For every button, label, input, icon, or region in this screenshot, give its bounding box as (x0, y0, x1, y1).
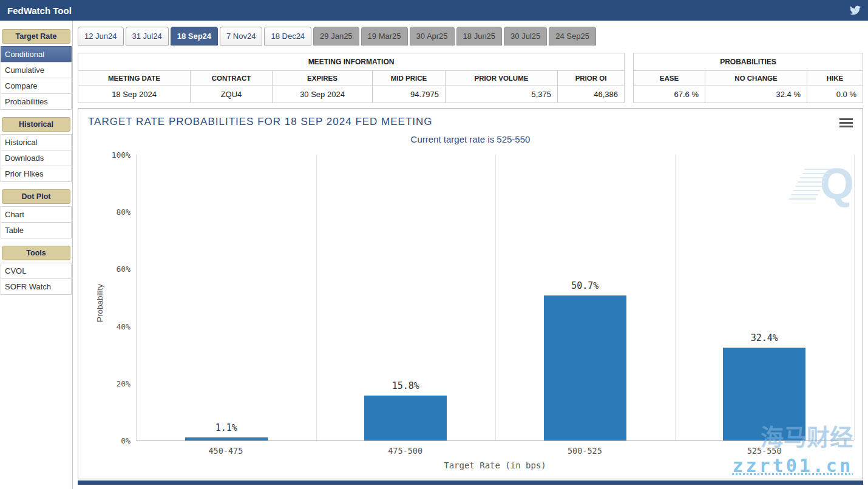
x-category-label: 475-500 (316, 446, 495, 456)
meeting-info-header-5: PRIOR OI (558, 71, 625, 86)
probabilities-header-1: NO CHANGE (705, 71, 807, 86)
meeting-info-header-4: PRIOR VOLUME (446, 71, 558, 86)
meeting-info-title: MEETING INFORMATION (78, 53, 625, 71)
main-content: 12 Jun2431 Jul2418 Sep247 Nov2418 Dec242… (73, 21, 868, 489)
bar-value-label: 1.1% (137, 422, 316, 433)
x-axis-categories: 450-475475-500500-525525-550 (136, 446, 854, 456)
y-axis-label: Probability (95, 236, 104, 369)
sidebar: Target RateConditionalCumulativeCompareP… (0, 21, 73, 489)
y-tick-label: 20% (117, 379, 131, 388)
bar-525-550[interactable] (723, 348, 805, 440)
tab-18-sep24[interactable]: 18 Sep24 (171, 27, 218, 46)
bar-450-475[interactable] (185, 437, 268, 440)
twitter-icon[interactable] (850, 5, 861, 16)
sidebar-item-table[interactable]: Table (1, 222, 72, 238)
meeting-info-value-5: 46,386 (558, 86, 625, 103)
bar-slot-450-475: 1.1% (137, 155, 316, 440)
meeting-info-value-0: 18 Sep 2024 (78, 86, 191, 103)
sidebar-item-probabilities[interactable]: Probabilities (1, 93, 72, 110)
bar-500-525[interactable] (544, 295, 626, 440)
app-header: FedWatch Tool (0, 0, 868, 21)
bar-value-label: 32.4% (675, 332, 855, 343)
tab-24-sep25[interactable]: 24 Sep25 (549, 27, 596, 46)
meeting-info-header-1: CONTRACT (191, 71, 273, 86)
sidebar-item-compare[interactable]: Compare (1, 78, 72, 94)
sidebar-item-downloads[interactable]: Downloads (1, 150, 72, 166)
sidebar-section-dot-plot: Dot Plot (2, 189, 70, 204)
sidebar-item-conditional[interactable]: Conditional (1, 46, 72, 62)
tab-29-jan25[interactable]: 29 Jan25 (313, 27, 359, 46)
meeting-info-values: 18 Sep 2024ZQU430 Sep 202494.79755,37546… (78, 86, 625, 103)
tab-19-mar25[interactable]: 19 Mar25 (361, 27, 408, 46)
tab-7-nov24[interactable]: 7 Nov24 (220, 27, 262, 46)
tab-31-jul24[interactable]: 31 Jul24 (126, 27, 169, 46)
sidebar-item-historical[interactable]: Historical (1, 134, 72, 150)
meeting-info-value-1: ZQU4 (191, 86, 273, 103)
x-category-label: 525-550 (674, 446, 854, 456)
meeting-info-table: MEETING INFORMATION MEETING DATECONTRACT… (78, 53, 625, 103)
tab-18-jun25[interactable]: 18 Jun25 (456, 27, 503, 46)
sidebar-section-tools: Tools (2, 246, 70, 260)
bar-slot-500-525: 50.7% (495, 155, 675, 440)
tab-30-apr25[interactable]: 30 Apr25 (410, 27, 455, 46)
y-tick-label: 100% (112, 150, 131, 160)
probabilities-header-0: EASE (634, 71, 705, 86)
category-gridline (854, 155, 855, 440)
probabilities-headers: EASENO CHANGEHIKE (634, 71, 863, 86)
probabilities-header-2: HIKE (807, 71, 863, 86)
app-title: FedWatch Tool (7, 5, 72, 16)
y-tick-label: 60% (117, 265, 131, 274)
meeting-info-header-2: EXPIRES (273, 71, 373, 86)
chart-panel: TARGET RATE PROBABILITIES FOR 18 SEP 202… (78, 108, 863, 479)
y-tick-label: 40% (117, 322, 131, 331)
y-tick-label: 0% (121, 436, 131, 445)
probabilities-value-2: 0.0 % (807, 86, 863, 103)
sidebar-section-historical: Historical (2, 117, 70, 132)
bar-value-label: 50.7% (495, 280, 675, 291)
sidebar-item-chart[interactable]: Chart (1, 206, 72, 223)
probabilities-value-1: 32.4 % (705, 86, 807, 103)
chart-title: TARGET RATE PROBABILITIES FOR 18 SEP 202… (88, 116, 433, 128)
probabilities-title: PROBABILITIES (634, 53, 863, 71)
probabilities-values: 67.6 %32.4 %0.0 % (634, 86, 863, 103)
probabilities-value-0: 67.6 % (634, 86, 705, 103)
x-category-label: 500-525 (495, 446, 675, 456)
y-tick-label: 80% (117, 207, 131, 217)
bar-value-label: 15.8% (316, 380, 496, 391)
probabilities-table: PROBABILITIES EASENO CHANGEHIKE 67.6 %32… (633, 53, 863, 103)
tab-30-jul25[interactable]: 30 Jul25 (504, 27, 547, 46)
bar-slot-475-500: 15.8% (316, 155, 496, 440)
bar-slot-525-550: 32.4% (675, 155, 855, 440)
sidebar-item-cumulative[interactable]: Cumulative (1, 62, 72, 78)
bar-475-500[interactable] (364, 396, 447, 440)
meeting-tabs: 12 Jun2431 Jul2418 Sep247 Nov2418 Dec242… (78, 21, 863, 46)
meeting-info-value-2: 30 Sep 2024 (273, 86, 373, 103)
plot-area: 0%20%40%60%80%100%1.1%15.8%50.7%32.4% (136, 155, 854, 441)
x-category-label: 450-475 (136, 446, 316, 456)
meeting-info-value-4: 5,375 (446, 86, 558, 103)
sidebar-section-target-rate: Target Rate (2, 29, 70, 44)
sidebar-item-sofr-watch[interactable]: SOFR Watch (1, 278, 72, 295)
meeting-info-header-3: MID PRICE (373, 71, 446, 86)
chart-export-menu-icon[interactable] (839, 118, 853, 129)
x-axis-label: Target Rate (in bps) (136, 460, 854, 470)
tab-18-dec24[interactable]: 18 Dec24 (264, 27, 311, 46)
sidebar-item-cvol[interactable]: CVOL (1, 263, 72, 279)
info-row: MEETING INFORMATION MEETING DATECONTRACT… (78, 53, 863, 103)
meeting-info-value-3: 94.7975 (373, 86, 446, 103)
meeting-info-header-0: MEETING DATE (78, 71, 191, 86)
chart-subtitle: Current target rate is 525-550 (78, 134, 863, 144)
page-layout: Target RateConditionalCumulativeCompareP… (0, 21, 868, 489)
sidebar-item-prior-hikes[interactable]: Prior Hikes (1, 166, 72, 182)
footer-bar (78, 481, 863, 485)
meeting-info-headers: MEETING DATECONTRACTEXPIRESMID PRICEPRIO… (78, 71, 625, 86)
tab-12-jun24[interactable]: 12 Jun24 (78, 27, 124, 46)
